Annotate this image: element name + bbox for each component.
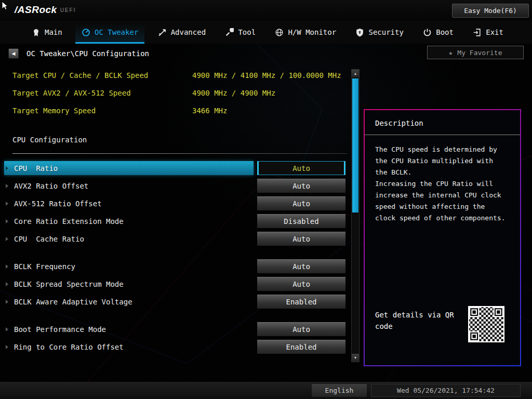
top-bar: /ASRockUEFI Easy Mode(F6) — [0, 0, 532, 21]
setting-row-boot-performance-mode[interactable]: Boot Performance Mode Auto — [4, 322, 347, 336]
description-divider — [365, 135, 520, 135]
target-info: Target CPU / Cache / BCLK Speed 4900 MHz… — [12, 66, 347, 119]
setting-row-core-ratio-extension[interactable]: Core Ratio Extension Mode Disabled — [4, 214, 347, 228]
setting-label: BCLK Aware Adaptive Voltage — [14, 298, 132, 306]
target-row: Target Memory Speed 3466 MHz — [12, 102, 347, 119]
star-icon: ★ — [449, 49, 453, 57]
tab-label: Boot — [436, 28, 454, 36]
back-button[interactable]: ◀ — [8, 48, 19, 59]
setting-label: BCLK Spread Spectrum Mode — [14, 280, 124, 288]
row-marker-icon — [6, 219, 8, 223]
target-row: Target AVX2 / AVX-512 Speed 4900 MHz / 4… — [12, 84, 347, 102]
breadcrumb: OC Tweaker\CPU Configuration — [26, 49, 149, 58]
brand-text: /ASRock — [15, 4, 57, 15]
scroll-up-icon[interactable]: ▲ — [352, 70, 359, 77]
nav-tabs: Main OC Tweaker Advanced Tool H/W Monito… — [0, 21, 532, 44]
tab-label: H/W Monitor — [288, 28, 336, 36]
tab-hw-monitor[interactable]: H/W Monitor — [273, 21, 338, 44]
breadcrumb-row: ◀ OC Tweaker\CPU Configuration — [8, 48, 149, 59]
setting-label: CPU Ratio — [14, 164, 58, 172]
setting-value-button[interactable]: Auto — [257, 277, 345, 291]
setting-row-cpu-ratio[interactable]: CPU Ratio Auto — [4, 161, 347, 175]
setting-label: CPU Cache Ratio — [14, 235, 84, 243]
target-value: 4900 MHz / 4900 MHz — [192, 89, 275, 97]
setting-value-button[interactable]: Enabled — [257, 295, 345, 309]
mouse-cursor — [1, 1, 10, 10]
setting-value-button[interactable]: Auto — [257, 259, 345, 273]
bios-screen: /ASRockUEFI Easy Mode(F6) Main OC Tweake… — [0, 0, 532, 399]
tab-label: Advanced — [171, 28, 206, 36]
main-icon — [32, 28, 41, 37]
setting-label: AVX2 Ratio Offset — [14, 182, 88, 190]
scroll-down-icon[interactable]: ▼ — [352, 354, 359, 362]
setting-row-avx2-ratio-offset[interactable]: AVX2 Ratio Offset Auto — [4, 179, 347, 193]
tab-label: OC Tweaker — [95, 28, 138, 36]
row-marker-icon — [6, 345, 8, 349]
footer-bar: English Wed 05/26/2021, 17:54:42 — [0, 382, 532, 399]
setting-value-button[interactable]: Auto — [257, 161, 345, 175]
target-row: Target CPU / Cache / BCLK Speed 4900 MHz… — [12, 66, 347, 84]
target-value: 3466 MHz — [192, 107, 227, 115]
row-marker-icon — [6, 327, 8, 331]
tab-label: Exit — [486, 28, 503, 36]
datetime-display: Wed 05/26/2021, 17:54:42 — [371, 384, 521, 397]
oc-tweaker-icon — [82, 28, 90, 37]
target-value: 4900 MHz / 4100 MHz / 100.0000 MHz — [192, 71, 341, 79]
target-label: Target AVX2 / AVX-512 Speed — [12, 89, 192, 97]
setting-row-bclk-aware-adaptive-voltage[interactable]: BCLK Aware Adaptive Voltage Enabled — [4, 295, 347, 309]
tab-security[interactable]: Security — [354, 21, 405, 44]
target-label: Target Memory Speed — [12, 107, 192, 115]
tab-oc-tweaker[interactable]: OC Tweaker — [80, 21, 140, 44]
tab-label: Security — [368, 28, 403, 36]
setting-label: BCLK Frequency — [14, 262, 75, 271]
tab-label: Tool — [238, 28, 256, 36]
boot-icon — [423, 28, 432, 37]
row-marker-icon — [6, 282, 8, 286]
row-marker-icon — [6, 237, 8, 241]
setting-value-button[interactable]: Enabled — [257, 340, 345, 354]
setting-label: Boot Performance Mode — [14, 325, 106, 334]
my-favorite-label: My Favorite — [457, 49, 502, 57]
row-marker-icon — [6, 300, 8, 304]
uefi-text: UEFI — [60, 7, 76, 13]
scrollbar[interactable]: ▲ ▼ — [351, 69, 360, 362]
tab-main[interactable]: Main — [30, 21, 64, 44]
easy-mode-button[interactable]: Easy Mode(F6) — [452, 4, 529, 18]
hw-monitor-icon — [275, 28, 284, 37]
description-title: Description — [375, 119, 510, 127]
setting-row-bclk-spread-spectrum[interactable]: BCLK Spread Spectrum Mode Auto — [4, 277, 347, 291]
row-marker-icon — [6, 166, 8, 170]
tab-label: Main — [45, 28, 62, 36]
language-button[interactable]: English — [312, 384, 367, 397]
exit-icon — [473, 28, 482, 37]
qr-label: Get details via QR code — [375, 309, 471, 332]
setting-label: Ring to Core Ratio Offset — [14, 343, 124, 351]
tab-advanced[interactable]: Advanced — [156, 21, 207, 44]
setting-row-bclk-frequency[interactable]: BCLK Frequency Auto — [4, 259, 347, 273]
description-panel: Description The CPU speed is determined … — [364, 109, 521, 366]
tab-boot[interactable]: Boot — [421, 21, 455, 44]
setting-row-ring-to-core-ratio-offset[interactable]: Ring to Core Ratio Offset Enabled — [4, 340, 347, 354]
advanced-icon — [158, 28, 167, 37]
setting-row-cpu-cache-ratio[interactable]: CPU Cache Ratio Auto — [4, 232, 347, 246]
setting-value-button[interactable]: Auto — [257, 179, 345, 193]
setting-label: AVX-512 Ratio Offset — [14, 200, 102, 208]
tab-exit[interactable]: Exit — [471, 21, 505, 44]
asrock-logo: /ASRockUEFI — [15, 4, 76, 16]
settings-list: CPU Ratio Auto AVX2 Ratio Offset Auto AV… — [4, 161, 347, 357]
row-marker-icon — [6, 264, 8, 269]
setting-value-button[interactable]: Auto — [257, 196, 345, 210]
qr-code — [468, 306, 504, 342]
tool-icon — [225, 28, 234, 37]
target-label: Target CPU / Cache / BCLK Speed — [12, 71, 192, 79]
setting-value-button[interactable]: Auto — [257, 322, 345, 336]
my-favorite-button[interactable]: ★ My Favorite — [427, 46, 524, 59]
setting-label: Core Ratio Extension Mode — [14, 217, 124, 225]
scrollbar-thumb[interactable] — [352, 78, 358, 212]
setting-value-button[interactable]: Auto — [257, 232, 345, 246]
setting-row-avx512-ratio-offset[interactable]: AVX-512 Ratio Offset Auto — [4, 196, 347, 210]
setting-value-button[interactable]: Disabled — [257, 214, 345, 228]
tab-tool[interactable]: Tool — [223, 21, 257, 44]
security-icon — [355, 28, 364, 37]
row-marker-icon — [6, 184, 8, 188]
